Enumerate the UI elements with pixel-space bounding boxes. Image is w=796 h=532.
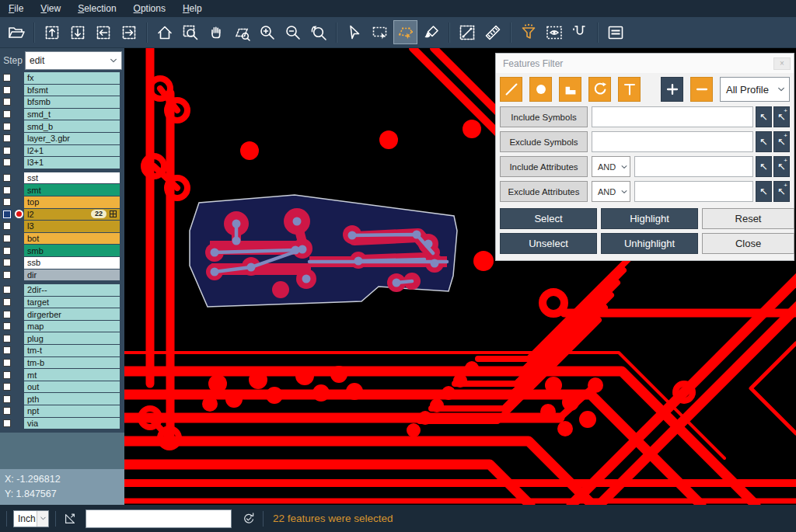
toolbar-button-zoom-in[interactable] [255,20,279,44]
and-operator-select[interactable]: AND [592,156,630,177]
toolbar-button-zoom-previous[interactable] [306,20,330,44]
toolbar-button-measure[interactable] [455,20,479,44]
layer-row-map[interactable]: map [0,321,124,332]
layer-row-smt[interactable]: smt [0,184,124,196]
toolbar-button-snap[interactable] [567,20,592,44]
exclude-symbols-button[interactable]: Exclude Symbols [500,131,588,152]
include-attributes-input[interactable] [634,156,753,177]
pick-from-canvas-button[interactable]: ↖ [756,156,772,177]
pick-from-canvas-button[interactable]: ↖ [756,106,772,127]
layer-checkbox[interactable] [3,186,11,194]
layer-checkbox[interactable] [3,335,11,342]
select-button[interactable]: Select [500,208,597,229]
snap-angle-icon[interactable] [62,511,78,527]
layer-checkbox[interactable] [3,74,11,82]
layer-checkbox[interactable] [3,259,11,266]
layer-row-l3[interactable]: l3 [0,221,124,232]
layer-checkbox[interactable] [3,286,11,294]
menu-file[interactable]: File [0,1,32,17]
pick-add-from-canvas-button[interactable]: ↖+ [773,131,790,152]
feature-type-surface-button[interactable] [559,77,581,102]
close-icon[interactable]: × [773,57,791,70]
reset-button[interactable]: Reset [702,208,794,229]
feature-type-line-button[interactable] [500,77,522,102]
include-symbols-input[interactable] [592,106,753,127]
toolbar-button-layers-panel[interactable] [603,20,627,44]
matrix-icon[interactable] [110,210,117,217]
layer-row-dir[interactable]: dir [0,269,124,281]
toolbar-button-features-filter[interactable] [516,20,540,44]
pick-add-from-canvas-button[interactable]: ↖+ [773,181,790,202]
include-symbols-button[interactable]: Include Symbols [500,106,588,127]
layer-row-fx[interactable]: fx [0,72,124,84]
polarity-positive-button[interactable] [661,77,683,102]
layer-row-bfsmb[interactable]: bfsmb [0,96,124,108]
profile-select[interactable]: All Profile [720,77,790,102]
toolbar-button-shift-right[interactable] [117,20,141,44]
exclude-attributes-button[interactable]: Exclude Attributes [500,181,588,202]
layer-row-target[interactable]: target [0,297,124,308]
command-input[interactable] [86,509,232,528]
layer-checkbox[interactable] [3,158,11,166]
layer-row-top[interactable]: top [0,196,124,208]
polarity-negative-button[interactable] [690,77,713,102]
exclude-symbols-input[interactable] [592,131,753,152]
layer-checkbox[interactable] [3,123,11,130]
layer-checkbox[interactable] [3,147,11,155]
layer-checkbox[interactable] [3,419,11,427]
units-select[interactable]: Inch [13,510,49,527]
menu-help[interactable]: Help [174,1,211,17]
toolbar-button-select-rectangle[interactable] [368,20,392,44]
layer-row-tm-b[interactable]: tm-b [0,357,124,369]
layer-checkbox[interactable] [3,298,11,306]
layer-checkbox[interactable] [3,395,11,403]
toolbar-button-zoom-out[interactable] [281,20,305,44]
toolbar-button-pan[interactable] [204,20,228,44]
layer-row-npt[interactable]: npt [0,405,124,417]
dialog-title-bar[interactable]: Features Filter × [496,54,794,73]
feature-type-arc-button[interactable] [588,77,611,102]
layer-row-l2[interactable]: l222 [0,209,124,221]
layer-checkbox[interactable] [3,222,11,230]
layer-checkbox[interactable] [3,311,11,318]
toolbar-button-home-view[interactable] [152,20,176,44]
and-operator-select[interactable]: AND [592,181,630,202]
layer-row-sst[interactable]: sst [0,172,124,184]
menu-view[interactable]: View [32,1,69,17]
layer-row-pth[interactable]: pth [0,393,124,405]
feature-type-pad-button[interactable] [529,77,552,102]
toolbar-button-view-options[interactable] [542,20,566,44]
layer-row-l2-1[interactable]: l2+1 [0,145,124,157]
layer-checkbox[interactable] [3,247,11,255]
step-select[interactable]: edit [25,51,122,70]
include-attributes-button[interactable]: Include Attributes [500,156,588,177]
toolbar-button-zoom-area[interactable] [229,20,253,44]
layer-checkbox[interactable] [3,134,11,142]
layer-checkbox[interactable] [3,174,11,182]
layer-row-smb[interactable]: smb [0,245,124,256]
layer-checkbox[interactable] [3,98,11,106]
layer-checkbox[interactable] [3,271,11,279]
toolbar-button-shift-down[interactable] [65,20,89,44]
layer-row-l3-1[interactable]: l3+1 [0,157,124,169]
layer-checkbox[interactable] [3,198,11,206]
pick-add-from-canvas-button[interactable]: ↖+ [773,106,790,127]
pick-from-canvas-button[interactable]: ↖ [756,181,772,202]
layer-row-via[interactable]: via [0,418,124,429]
layer-checkbox[interactable] [3,235,11,242]
menu-options[interactable]: Options [125,1,174,17]
layer-row-out[interactable]: out [0,381,124,393]
unselect-button[interactable]: Unselect [500,233,597,254]
feature-type-text-button[interactable] [618,77,641,102]
layer-row-2dir[interactable]: 2dir-- [0,284,124,296]
layer-checkbox[interactable] [3,346,11,354]
layer-checkbox[interactable] [3,110,11,118]
pick-from-canvas-button[interactable]: ↖ [756,131,772,152]
layer-row-bfsmt[interactable]: bfsmt [0,85,124,96]
layer-checkbox[interactable] [3,322,11,330]
layer-row-ssb[interactable]: ssb [0,257,124,269]
menu-selection[interactable]: Selection [69,1,124,17]
toolbar-button-select-polygon[interactable] [393,20,417,44]
layer-checkbox[interactable] [3,359,11,367]
layer-row-bot[interactable]: bot [0,233,124,245]
